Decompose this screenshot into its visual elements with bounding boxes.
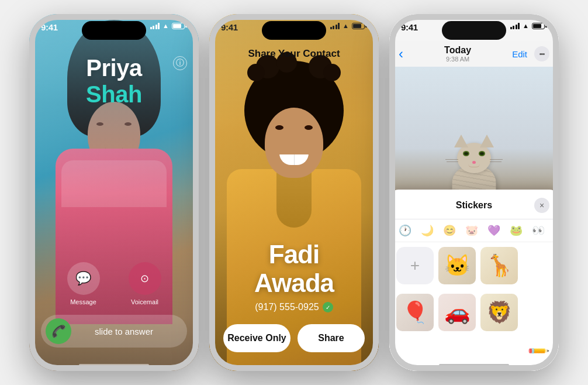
messages-nav-bar: ‹ Today 9:38 AM Edit ••• [389, 41, 559, 67]
dynamic-island-3 [442, 21, 506, 40]
emoji-tab[interactable]: 😊 [443, 224, 456, 237]
sticker-category-tabs: 🕐 🌙 😊 🐷 💜 🐸 👀 [389, 219, 559, 242]
status-icons-3: ▲ [510, 22, 547, 29]
add-sticker-button[interactable]: + [396, 247, 434, 284]
sticker-giraffe[interactable]: 🦒 [480, 247, 518, 284]
contact-last-name: Shah [29, 81, 199, 108]
conversation-time: 9:38 AM [444, 56, 471, 63]
more-button[interactable]: ••• [534, 46, 549, 61]
home-indicator [79, 364, 149, 366]
pig-tab[interactable]: 🐷 [465, 224, 478, 237]
sticker-cat[interactable]: 🐱 [438, 247, 476, 284]
back-button[interactable]: ‹ [399, 46, 403, 62]
signal-icon-3 [510, 22, 520, 29]
fadi-phone-number: (917) 555-0925 ✓ [209, 302, 379, 312]
battery-icon-3 [532, 23, 547, 29]
status-icons-2: ▲ [330, 22, 367, 29]
voicemail-button[interactable]: ⊙ Voicemail [129, 262, 161, 305]
sticker-car[interactable]: 🚗 [438, 294, 476, 331]
dynamic-island-2 [262, 21, 326, 40]
phone-messages-stickers: 9:41 ▲ ‹ Today [389, 14, 559, 371]
call-controls: 💬 Message ⊙ Voicemail 📞 slide to answer [29, 262, 199, 348]
message-button[interactable]: 💬 Message [67, 262, 100, 305]
slide-text: slide to answer [77, 326, 182, 336]
heart-tab[interactable]: 💜 [487, 224, 500, 237]
voicemail-label: Voicemail [131, 298, 158, 305]
sticker-close-button[interactable]: × [534, 198, 549, 213]
fadi-first-name: Fadi [269, 240, 319, 269]
message-icon: 💬 [67, 262, 100, 295]
info-button[interactable]: ⓘ [173, 56, 187, 70]
sticker-panel-title: Stickers [414, 200, 534, 211]
home-indicator-3 [439, 364, 509, 366]
fadi-name: Fadi Awada [209, 240, 379, 297]
nav-title: Today 9:38 AM [444, 45, 471, 63]
wifi-icon: ▲ [162, 22, 169, 29]
eyes-tab[interactable]: 👀 [532, 224, 545, 237]
status-time-2: 9:41 [221, 22, 238, 32]
slide-to-answer-bar[interactable]: 📞 slide to answer [41, 315, 187, 348]
wifi-icon-2: ▲ [343, 22, 349, 29]
cat-ear-right [480, 135, 494, 147]
sticker-lion[interactable]: 🦁 [480, 294, 518, 331]
status-time: 9:41 [41, 22, 58, 32]
wifi-icon-3: ▲ [523, 22, 529, 29]
receive-only-button[interactable]: Receive Only [223, 324, 290, 352]
message-label: Message [70, 298, 96, 305]
sticker-panel: Stickers × 🕐 🌙 😊 🐷 💜 🐸 👀 + [389, 190, 559, 371]
verified-checkmark: ✓ [323, 302, 333, 312]
battery-icon-2 [352, 23, 367, 29]
voicemail-icon: ⊙ [129, 262, 161, 295]
status-icons: ▲ [150, 22, 187, 29]
share-button[interactable]: Share [298, 324, 365, 352]
sticker-row-1: + 🐱 🦒 [389, 242, 559, 289]
signal-icon [150, 22, 160, 29]
sticker-balloon[interactable]: 🎈 [396, 294, 434, 331]
answer-handle[interactable]: 📞 [46, 318, 71, 344]
fadi-last-name: Awada [254, 269, 334, 297]
phone-incoming-call: 9:41 ▲ Priya Shah [29, 14, 199, 371]
moon-tab[interactable]: 🌙 [421, 224, 434, 237]
nav-actions: Edit ••• [512, 46, 549, 61]
status-time-3: 9:41 [401, 22, 418, 32]
battery-icon [172, 23, 187, 29]
phone-share-contact: 9:41 ▲ Share Your Contact [209, 14, 379, 371]
fadi-head [265, 108, 323, 178]
action-buttons-row: 💬 Message ⊙ Voicemail [29, 262, 199, 305]
share-contact-title: Share Your Contact [209, 48, 379, 60]
cat-ear-left [454, 135, 468, 147]
contact-info: Fadi Awada (917) 555-0925 ✓ [209, 240, 379, 312]
dynamic-island [82, 21, 146, 40]
conversation-date: Today [444, 45, 471, 56]
share-action-buttons: Receive Only Share [209, 324, 379, 352]
contact-first-name: Priya [29, 55, 199, 81]
recent-tab[interactable]: 🕐 [399, 224, 411, 237]
stylus-indicator: ✏️ [530, 343, 547, 359]
signal-icon-2 [330, 22, 340, 29]
edit-button[interactable]: Edit [512, 49, 527, 59]
sticker-row-2: 🎈 🚗 🦁 [389, 289, 559, 336]
frog-tab[interactable]: 🐸 [510, 224, 523, 237]
sticker-header: Stickers × [389, 190, 559, 219]
